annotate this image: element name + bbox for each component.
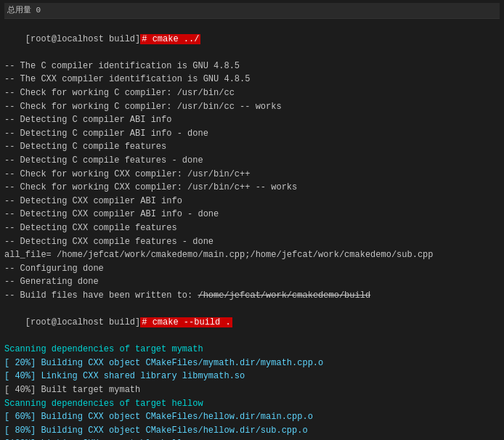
line-2: -- The C compiler identification is GNU …: [4, 60, 500, 73]
line-27: [ 80%] Building CXX object CMakeFiles/he…: [4, 424, 500, 438]
line-6: -- Detecting C compiler ABI info: [4, 113, 500, 127]
line-7: -- Detecting C compiler ABI info - done: [4, 127, 500, 141]
line-21: Scanning dependencies of target mymath: [4, 343, 500, 357]
line-9: -- Detecting C compile features - done: [4, 154, 500, 168]
line-23: [ 40%] Linking CXX shared library libmym…: [4, 370, 500, 383]
line-20: [root@localhost build]# cmake --build .: [4, 303, 500, 343]
terminal-window: 总用量 0 [root@localhost build]# cmake ../ …: [0, 0, 504, 440]
line-18: -- Generating done: [4, 275, 500, 289]
line-26: [ 60%] Building CXX object CMakeFiles/he…: [4, 410, 500, 424]
line-11: -- Check for working CXX compiler: /usr/…: [4, 181, 500, 195]
line-8: -- Detecting C compile features: [4, 140, 500, 154]
line-10: -- Check for working CXX compiler: /usr/…: [4, 168, 500, 182]
cmd-1: # cmake ../: [140, 34, 200, 44]
line-16: all_file= /home/jefcat/work/cmakedemo/ma…: [4, 248, 500, 262]
prompt-2: [root@localhost build]: [25, 317, 140, 327]
line-13: -- Detecting CXX compiler ABI info - don…: [4, 208, 500, 221]
line-24: [ 40%] Built target mymath: [4, 383, 500, 397]
line-4: -- Check for working C compiler: /usr/bi…: [4, 86, 500, 100]
line-28: [100%] Linking CXX executable hellow: [4, 437, 500, 440]
line-17: -- Configuring done: [4, 262, 500, 276]
line-14: -- Detecting CXX compile features: [4, 221, 500, 235]
top-bar: 总用量 0: [4, 3, 500, 19]
line-12: -- Detecting CXX compiler ABI info: [4, 195, 500, 208]
line-15: -- Detecting CXX compile features - done: [4, 235, 500, 249]
line-19: -- Build files have been written to: /ho…: [4, 289, 500, 303]
line-5: -- Check for working C compiler: /usr/bi…: [4, 100, 500, 114]
line-22: [ 20%] Building CXX object CMakeFiles/my…: [4, 357, 500, 370]
line-3: -- The CXX compiler identification is GN…: [4, 73, 500, 86]
line-1: [root@localhost build]# cmake ../: [4, 19, 500, 60]
cmd-2: # cmake --build .: [140, 317, 232, 327]
prompt-1: [root@localhost build]: [25, 34, 140, 44]
line-25: Scanning dependencies of target hellow: [4, 397, 500, 411]
